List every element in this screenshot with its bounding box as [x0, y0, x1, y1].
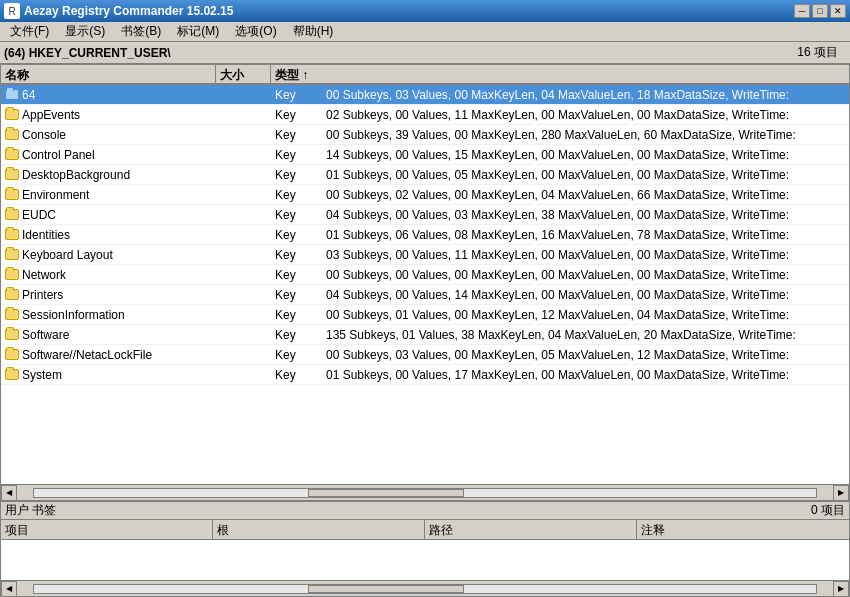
menu-item-view[interactable]: 显示(S) — [57, 21, 113, 42]
bookmark-col-note: 注释 — [637, 520, 849, 541]
value-text: 14 Subkeys, 00 Values, 15 MaxKeyLen, 00 … — [326, 148, 789, 162]
row-name: System — [1, 365, 216, 384]
maximize-button[interactable]: □ — [812, 4, 828, 18]
scroll-track[interactable] — [33, 488, 817, 498]
row-size — [216, 285, 271, 304]
row-size — [216, 265, 271, 284]
type-text: Key — [275, 328, 315, 342]
bottom-scroll-track[interactable] — [33, 584, 817, 594]
menu-item-file[interactable]: 文件(F) — [2, 21, 57, 42]
menu-item-bookmark[interactable]: 书签(B) — [113, 21, 169, 42]
menu-item-help[interactable]: 帮助(H) — [285, 21, 342, 42]
type-text: Key — [275, 128, 315, 142]
col-size[interactable]: 大小 — [216, 65, 271, 86]
menu-item-mark[interactable]: 标记(M) — [169, 21, 227, 42]
scroll-thumb[interactable] — [308, 489, 464, 497]
table-row[interactable]: Software//NetacLockFileKey00 Subkeys, 03… — [1, 345, 849, 365]
table-row[interactable]: Keyboard LayoutKey03 Subkeys, 00 Values,… — [1, 245, 849, 265]
bookmark-col-path: 路径 — [425, 520, 637, 541]
menu-item-options[interactable]: 选项(O) — [227, 21, 284, 42]
table-row[interactable]: EUDCKey04 Subkeys, 00 Values, 03 MaxKeyL… — [1, 205, 849, 225]
window-controls: ─ □ ✕ — [794, 4, 846, 18]
name-text: Software//NetacLockFile — [22, 348, 152, 362]
table-row[interactable]: SessionInformationKey00 Subkeys, 01 Valu… — [1, 305, 849, 325]
row-type-value: Key00 Subkeys, 03 Values, 00 MaxKeyLen, … — [271, 345, 849, 364]
type-text: Key — [275, 348, 315, 362]
row-type-value: Key01 Subkeys, 00 Values, 17 MaxKeyLen, … — [271, 365, 849, 384]
table-row[interactable]: DesktopBackgroundKey01 Subkeys, 00 Value… — [1, 165, 849, 185]
row-type-value: Key135 Subkeys, 01 Values, 38 MaxKeyLen,… — [271, 325, 849, 344]
folder-icon — [5, 169, 19, 180]
bottom-scroll-right[interactable]: ▶ — [833, 581, 849, 597]
close-button[interactable]: ✕ — [830, 4, 846, 18]
name-text: Keyboard Layout — [22, 248, 113, 262]
table-row[interactable]: AppEventsKey02 Subkeys, 00 Values, 11 Ma… — [1, 105, 849, 125]
row-type-value: Key14 Subkeys, 00 Values, 15 MaxKeyLen, … — [271, 145, 849, 164]
row-type-value: Key01 Subkeys, 06 Values, 08 MaxKeyLen, … — [271, 225, 849, 244]
col-name[interactable]: 名称 — [1, 65, 216, 86]
table-row[interactable]: IdentitiesKey01 Subkeys, 06 Values, 08 M… — [1, 225, 849, 245]
type-text: Key — [275, 248, 315, 262]
table-row[interactable]: Control PanelKey14 Subkeys, 00 Values, 1… — [1, 145, 849, 165]
type-text: Key — [275, 88, 315, 102]
value-text: 02 Subkeys, 00 Values, 11 MaxKeyLen, 00 … — [326, 108, 789, 122]
scroll-right[interactable]: ▶ — [833, 485, 849, 501]
bookmark-count: 0 项目 — [811, 502, 845, 519]
value-text: 03 Subkeys, 00 Values, 11 MaxKeyLen, 00 … — [326, 248, 789, 262]
col-type[interactable]: 类型 ↑ — [271, 65, 849, 86]
value-text: 01 Subkeys, 00 Values, 17 MaxKeyLen, 00 … — [326, 368, 789, 382]
table-row[interactable]: NetworkKey00 Subkeys, 00 Values, 00 MaxK… — [1, 265, 849, 285]
row-size — [216, 225, 271, 244]
window-title: Aezay Registry Commander 15.02.15 — [24, 4, 233, 18]
name-text: Environment — [22, 188, 89, 202]
name-text: 64 — [22, 88, 35, 102]
folder-icon — [5, 149, 19, 160]
row-type-value: Key00 Subkeys, 03 Values, 00 MaxKeyLen, … — [271, 85, 849, 104]
folder-icon — [5, 129, 19, 140]
table-row[interactable]: SystemKey01 Subkeys, 00 Values, 17 MaxKe… — [1, 365, 849, 385]
bookmark-columns: 项目 根 路径 注释 — [1, 520, 849, 540]
value-text: 00 Subkeys, 02 Values, 00 MaxKeyLen, 04 … — [326, 188, 789, 202]
row-type-value: Key00 Subkeys, 01 Values, 00 MaxKeyLen, … — [271, 305, 849, 324]
table-row[interactable]: PrintersKey04 Subkeys, 00 Values, 14 Max… — [1, 285, 849, 305]
value-text: 01 Subkeys, 06 Values, 08 MaxKeyLen, 16 … — [326, 228, 789, 242]
table-row[interactable]: ConsoleKey00 Subkeys, 39 Values, 00 MaxK… — [1, 125, 849, 145]
name-text: SessionInformation — [22, 308, 125, 322]
table-row[interactable]: EnvironmentKey00 Subkeys, 02 Values, 00 … — [1, 185, 849, 205]
table-row[interactable]: SoftwareKey135 Subkeys, 01 Values, 38 Ma… — [1, 325, 849, 345]
scroll-left[interactable]: ◀ — [1, 485, 17, 501]
bookmark-header: 用户 书签 0 项目 — [1, 502, 849, 520]
row-name: Console — [1, 125, 216, 144]
value-text: 04 Subkeys, 00 Values, 14 MaxKeyLen, 00 … — [326, 288, 789, 302]
value-text: 00 Subkeys, 03 Values, 00 MaxKeyLen, 05 … — [326, 348, 789, 362]
row-name: Network — [1, 265, 216, 284]
bookmark-col-root: 根 — [213, 520, 425, 541]
row-type-value: Key04 Subkeys, 00 Values, 14 MaxKeyLen, … — [271, 285, 849, 304]
name-text: Identities — [22, 228, 70, 242]
bottom-hscrollbar[interactable]: ◀ ▶ — [1, 580, 849, 596]
row-size — [216, 245, 271, 264]
row-type-value: Key03 Subkeys, 00 Values, 11 MaxKeyLen, … — [271, 245, 849, 264]
row-name: Environment — [1, 185, 216, 204]
row-name: EUDC — [1, 205, 216, 224]
name-text: System — [22, 368, 62, 382]
name-text: AppEvents — [22, 108, 80, 122]
table-hscrollbar[interactable]: ◀ ▶ — [1, 484, 849, 500]
row-name: DesktopBackground — [1, 165, 216, 184]
type-text: Key — [275, 208, 315, 222]
row-name: Control Panel — [1, 145, 216, 164]
table-row[interactable]: 64Key00 Subkeys, 03 Values, 00 MaxKeyLen… — [1, 85, 849, 105]
row-name: Printers — [1, 285, 216, 304]
bottom-scroll-thumb[interactable] — [308, 585, 464, 593]
row-size — [216, 145, 271, 164]
registry-table: 名称 大小 类型 ↑ 64Key00 Subkeys, 03 Values, 0… — [1, 65, 849, 484]
row-type-value: Key02 Subkeys, 00 Values, 11 MaxKeyLen, … — [271, 105, 849, 124]
value-text: 04 Subkeys, 00 Values, 03 MaxKeyLen, 38 … — [326, 208, 789, 222]
bottom-scroll-left[interactable]: ◀ — [1, 581, 17, 597]
row-size — [216, 305, 271, 324]
title-bar: R Aezay Registry Commander 15.02.15 ─ □ … — [0, 0, 850, 22]
folder-icon — [5, 109, 19, 120]
table-body: 64Key00 Subkeys, 03 Values, 00 MaxKeyLen… — [1, 85, 849, 484]
folder-icon — [5, 209, 19, 220]
minimize-button[interactable]: ─ — [794, 4, 810, 18]
